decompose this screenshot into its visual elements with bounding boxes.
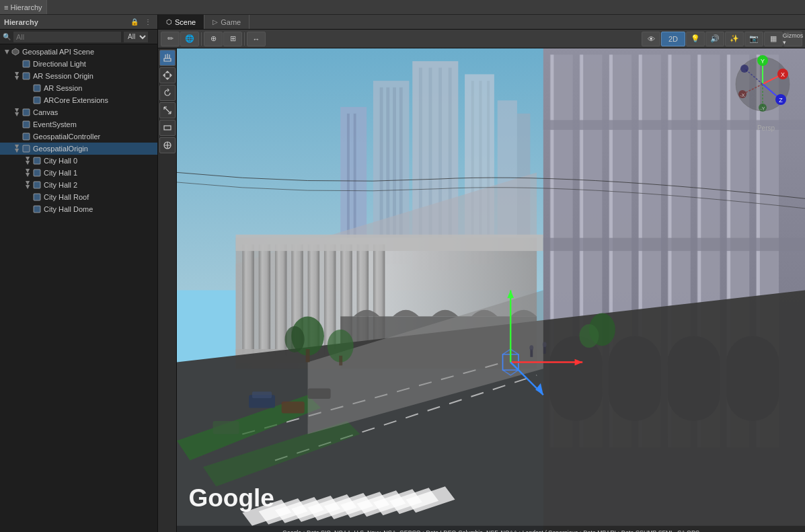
- hand-tool-btn[interactable]: [159, 50, 176, 66]
- persp-label[interactable]: Persp: [757, 124, 775, 132]
- tree-item-ar-session-origin[interactable]: ▶ AR Session Origin: [0, 70, 157, 82]
- toolbar-snap-btn[interactable]: ⊞: [223, 32, 242, 46]
- hierarchy-lock-icon[interactable]: 🔒: [129, 17, 140, 28]
- window-top-bar: ≡ Hierarchy: [0, 0, 805, 15]
- svg-text:-Y: -Y: [761, 106, 765, 111]
- toolbar-layers-btn[interactable]: ▦: [764, 32, 783, 46]
- svg-text:Y: Y: [761, 58, 765, 65]
- geospatial-controller-icon: [22, 132, 31, 141]
- hierarchy-menu[interactable]: ≡ Hierarchy: [0, 0, 47, 14]
- tree-item-city-hall-2[interactable]: ▶ City Hall 2: [0, 179, 157, 191]
- left-tools-panel: [158, 48, 177, 532]
- svg-point-96: [579, 324, 599, 348]
- city-hall-0-icon: [32, 156, 42, 165]
- hierarchy-tree: Geospatial API Scene Directional Light ▶…: [0, 44, 157, 532]
- svg-rect-1: [23, 73, 30, 79]
- tree-item-ar-session[interactable]: AR Session: [0, 82, 157, 94]
- ar-session-origin-label: AR Session Origin: [33, 72, 93, 80]
- svg-rect-113: [308, 388, 331, 399]
- svg-point-100: [543, 342, 547, 347]
- toolbar-move-tool[interactable]: ⊕: [204, 32, 223, 46]
- toolbar-cam-btn[interactable]: 📷: [744, 32, 763, 46]
- geospatial-controller-label: GeospatialController: [33, 132, 100, 141]
- city-hall-2-icon: [32, 180, 42, 190]
- city-hall-roof-icon: [32, 192, 42, 202]
- geospatial-controller-spacer: [13, 132, 22, 141]
- city-hall-1-icon: [32, 168, 42, 178]
- tree-item-arcore-extensions[interactable]: ARCore Extensions: [0, 94, 157, 106]
- scene-svg: Google Google • Data SIO, NOAA, U.S. Nav…: [177, 48, 805, 532]
- toolbar-light-btn[interactable]: 💡: [686, 32, 705, 46]
- gizmo-svg: X -X Y -Y Z: [732, 54, 793, 114]
- toolbar-audio-btn[interactable]: 🔊: [705, 32, 724, 46]
- svg-text:Z: Z: [779, 97, 783, 104]
- tree-item-directional-light[interactable]: Directional Light: [0, 58, 157, 70]
- svg-point-134: [740, 65, 749, 73]
- scale-tool-btn[interactable]: [159, 102, 176, 118]
- scene-label: Geospatial API Scene: [22, 48, 94, 56]
- toolbar-2d-btn[interactable]: 2D: [661, 32, 685, 46]
- svg-rect-2: [34, 85, 40, 91]
- rotate-tool-btn[interactable]: [159, 85, 176, 101]
- svg-rect-10: [34, 182, 40, 188]
- svg-rect-38: [259, 244, 271, 355]
- tree-item-city-hall-1[interactable]: ▶ City Hall 1: [0, 167, 157, 179]
- toolbar-globe-btn[interactable]: 🌐: [180, 32, 199, 46]
- ar-session-icon: [32, 83, 42, 93]
- hierarchy-search-bar: 🔍 All: [0, 30, 157, 44]
- ar-session-label: AR Session: [44, 84, 82, 92]
- svg-rect-8: [34, 157, 40, 164]
- toolbar-left-group: ✏ 🌐 ⊕ ⊞ ↔: [161, 32, 266, 46]
- tree-item-geospatial-api-scene[interactable]: Geospatial API Scene: [0, 46, 157, 58]
- tree-item-geospatial-controller[interactable]: GeospatialController: [0, 130, 157, 143]
- svg-rect-4: [23, 109, 30, 116]
- directional-light-icon: [22, 59, 31, 69]
- toolbar-measure-btn[interactable]: ↔: [247, 32, 266, 46]
- canvas-arrow: ▶: [13, 108, 22, 116]
- tree-item-geospatial-origin[interactable]: ▶ GeospatialOrigin: [0, 143, 157, 155]
- game-tab[interactable]: ▷ Game: [204, 15, 250, 29]
- svg-rect-9: [34, 169, 40, 176]
- svg-rect-12: [34, 206, 40, 213]
- svg-rect-91: [306, 349, 310, 362]
- tree-item-city-hall-0[interactable]: ▶ City Hall 0: [0, 155, 157, 167]
- geospatial-origin-label: GeospatialOrigin: [33, 145, 88, 153]
- scene-tab[interactable]: ⬡ Scene: [158, 15, 204, 29]
- arcore-extensions-label: ARCore Extensions: [44, 96, 108, 104]
- svg-text:Google • Data SIO, NOAA, U.S. : Google • Data SIO, NOAA, U.S. Navy, NGA,…: [282, 529, 699, 532]
- hierarchy-more-icon[interactable]: ⋮: [143, 17, 153, 28]
- svg-rect-37: [242, 244, 254, 355]
- toolbar-view-mode-btn[interactable]: 👁: [642, 32, 660, 46]
- scene-area: Google Google • Data SIO, NOAA, U.S. Nav…: [158, 48, 805, 532]
- game-tab-icon: ▷: [213, 18, 218, 26]
- toolbar-fx-btn[interactable]: ✨: [725, 32, 744, 46]
- leaf-spacer: [13, 60, 22, 68]
- tree-item-canvas[interactable]: ▶ Canvas: [0, 106, 157, 118]
- transform-tool-btn[interactable]: [159, 137, 176, 153]
- tree-item-event-system[interactable]: EventSystem: [0, 118, 157, 130]
- svg-rect-5: [23, 121, 30, 128]
- ar-session-spacer: [24, 84, 32, 92]
- main-layout: Hierarchy 🔒 ⋮ 🔍 All Geospatial API Scene: [0, 15, 805, 532]
- svg-rect-46: [236, 235, 543, 251]
- move-tool-btn[interactable]: [159, 67, 176, 83]
- hierarchy-filter-dropdown[interactable]: All: [124, 32, 148, 42]
- 3d-orientation-gizmo[interactable]: X -X Y -Y Z: [732, 54, 800, 121]
- tree-item-city-hall-dome[interactable]: City Hall Dome: [0, 203, 157, 215]
- ar-session-origin-arrow: ▶: [13, 72, 22, 80]
- svg-rect-3: [34, 97, 40, 104]
- svg-rect-6: [23, 133, 30, 140]
- city-hall-2-label: City Hall 2: [44, 181, 77, 189]
- arcore-spacer: [24, 96, 32, 104]
- scene-3d-canvas[interactable]: Google Google • Data SIO, NOAA, U.S. Nav…: [177, 48, 805, 532]
- ar-session-origin-icon: [22, 71, 31, 81]
- toolbar-gizmos-btn[interactable]: Gizmos ▾: [783, 32, 802, 46]
- city-hall-1-arrow: ▶: [24, 169, 32, 177]
- hierarchy-label: ≡ Hierarchy: [4, 3, 42, 11]
- tree-item-city-hall-roof[interactable]: City Hall Roof: [0, 191, 157, 203]
- scene-icon: [11, 47, 20, 56]
- city-hall-0-label: City Hall 0: [44, 157, 77, 165]
- rect-tool-btn[interactable]: [159, 120, 176, 136]
- toolbar-draw-btn[interactable]: ✏: [161, 32, 180, 46]
- hierarchy-search-input[interactable]: [13, 32, 121, 42]
